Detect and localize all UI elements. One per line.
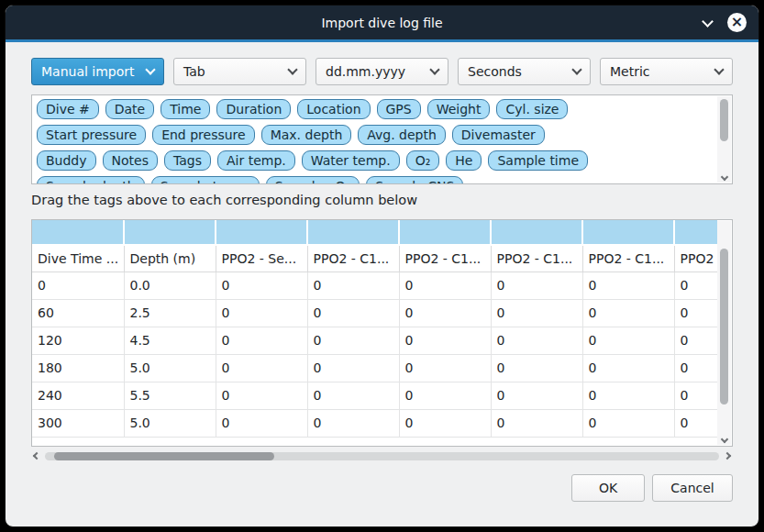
tag-sample-depth[interactable]: Sample depth bbox=[37, 176, 145, 184]
chevron-down-icon bbox=[431, 66, 438, 73]
table-hscrollbar[interactable] bbox=[31, 449, 733, 463]
dropdown-value: Metric bbox=[610, 64, 650, 79]
table-cell: 240 bbox=[32, 382, 124, 409]
tag-divemaster[interactable]: Divemaster bbox=[452, 125, 545, 145]
tag-gps[interactable]: GPS bbox=[377, 99, 421, 119]
tag-area-scrollbar[interactable] bbox=[717, 96, 731, 183]
table-row: 00.0000000 bbox=[32, 272, 717, 299]
chevron-down-icon bbox=[702, 16, 714, 28]
table-cell: 0 bbox=[399, 409, 491, 437]
table-cell: 5.0 bbox=[124, 354, 216, 382]
drop-cell[interactable] bbox=[216, 220, 307, 245]
table-cell: 0 bbox=[399, 354, 491, 382]
column-header: PPO2 bbox=[674, 245, 717, 272]
tag-tags[interactable]: Tags bbox=[164, 150, 211, 171]
table-cell: 0 bbox=[582, 327, 674, 354]
table-cell: 0 bbox=[307, 382, 399, 409]
preview-table-clip: Dive Time ...Depth (m)PPO2 - Se...PPO2 -… bbox=[32, 220, 717, 446]
table-cell: 0 bbox=[491, 272, 582, 299]
tag-o[interactable]: O₂ bbox=[406, 150, 440, 171]
table-row: 2405.5000000 bbox=[32, 382, 717, 409]
table-vscrollbar-thumb[interactable] bbox=[720, 249, 728, 405]
drop-cell[interactable] bbox=[307, 220, 399, 245]
dropdown-date-format[interactable]: dd.mm.yyyy bbox=[316, 58, 448, 85]
drop-cell[interactable] bbox=[582, 220, 674, 245]
tag-weight[interactable]: Weight bbox=[427, 99, 491, 119]
hscrollbar-track[interactable] bbox=[45, 452, 719, 460]
dropdown-field-separator[interactable]: Tab bbox=[173, 58, 306, 85]
tag-water-temp[interactable]: Water temp. bbox=[302, 150, 400, 171]
table-row: 602.5000000 bbox=[32, 299, 717, 327]
drop-cell[interactable] bbox=[491, 220, 582, 245]
dropdown-import-mode[interactable]: Manual import bbox=[31, 58, 164, 85]
drop-cell[interactable] bbox=[32, 220, 124, 245]
preview-table: Dive Time ...Depth (m)PPO2 - Se...PPO2 -… bbox=[31, 219, 733, 447]
dropdown-value: Manual import bbox=[41, 64, 135, 79]
dropdown-duration-format[interactable]: Seconds bbox=[458, 58, 591, 85]
tag-notes[interactable]: Notes bbox=[103, 150, 158, 171]
table-cell: 0 bbox=[674, 409, 717, 437]
table-row: 1805.0000000 bbox=[32, 354, 717, 382]
table-cell: 0 bbox=[399, 299, 491, 327]
close-icon: × bbox=[731, 15, 743, 29]
table-cell: 0 bbox=[399, 382, 491, 409]
drop-cell[interactable] bbox=[674, 220, 717, 245]
table-cell: 0 bbox=[674, 299, 717, 327]
drop-cell[interactable] bbox=[124, 220, 216, 245]
dropdown-value: Seconds bbox=[468, 64, 522, 79]
instruction-text: Drag the tags above to each correspondin… bbox=[31, 193, 733, 211]
import-dialog: Import dive log file × Manual importTabd… bbox=[5, 5, 759, 527]
dropdown-value: dd.mm.yyyy bbox=[326, 64, 405, 79]
tag-max-depth[interactable]: Max. depth bbox=[261, 125, 352, 145]
tag-dive[interactable]: Dive # bbox=[37, 99, 99, 119]
drop-cell[interactable] bbox=[399, 220, 491, 245]
tag-sample-time[interactable]: Sample time bbox=[488, 150, 588, 171]
tag-sample-po[interactable]: Sample pO₂ bbox=[266, 176, 360, 184]
column-header-row: Dive Time ...Depth (m)PPO2 - Se...PPO2 -… bbox=[32, 245, 717, 272]
table-cell: 0 bbox=[674, 272, 717, 299]
tag-location[interactable]: Location bbox=[297, 99, 370, 119]
scroll-right-arrow-icon[interactable] bbox=[725, 453, 733, 459]
tag-sample-temp[interactable]: Sample temp. bbox=[151, 176, 260, 184]
table-cell: 0 bbox=[216, 272, 307, 299]
tag-date[interactable]: Date bbox=[105, 99, 154, 119]
window-menu-button[interactable] bbox=[703, 17, 712, 26]
tag-time[interactable]: Time bbox=[161, 99, 210, 119]
scroll-down-arrow-icon[interactable] bbox=[717, 176, 731, 180]
table-vscrollbar[interactable] bbox=[717, 221, 731, 445]
close-button[interactable]: × bbox=[727, 13, 747, 32]
scroll-down-arrow-icon[interactable] bbox=[717, 438, 731, 442]
column-header: PPO2 - C1... bbox=[491, 245, 582, 272]
hscrollbar-thumb[interactable] bbox=[54, 452, 274, 460]
tag-he[interactable]: He bbox=[446, 150, 482, 171]
scroll-left-arrow-icon[interactable] bbox=[31, 453, 39, 459]
ok-button[interactable]: OK bbox=[571, 474, 645, 502]
table-cell: 0 bbox=[582, 354, 674, 382]
dropdown-units[interactable]: Metric bbox=[600, 58, 733, 85]
tag-start-pressure[interactable]: Start pressure bbox=[37, 125, 146, 145]
column-header: PPO2 - C1... bbox=[307, 245, 399, 272]
table-cell: 0 bbox=[399, 327, 491, 354]
table-cell: 0 bbox=[582, 272, 674, 299]
table-cell: 0 bbox=[307, 327, 399, 354]
column-header: Dive Time ... bbox=[32, 245, 124, 272]
tag-air-temp[interactable]: Air temp. bbox=[217, 150, 295, 171]
table-cell: 0 bbox=[216, 354, 307, 382]
titlebar[interactable]: Import dive log file × bbox=[6, 6, 758, 39]
tag-avg-depth[interactable]: Avg. depth bbox=[358, 125, 446, 145]
dialog-footer: OK Cancel bbox=[31, 474, 733, 502]
tag-duration[interactable]: Duration bbox=[216, 99, 291, 119]
column-header: PPO2 - C1... bbox=[399, 245, 491, 272]
tag-area-scrollbar-thumb[interactable] bbox=[720, 99, 728, 141]
table-cell: 0 bbox=[491, 327, 582, 354]
dialog-content: Manual importTabdd.mm.yyyySecondsMetric … bbox=[6, 42, 758, 526]
tag-cyl-size[interactable]: Cyl. size bbox=[496, 99, 568, 119]
tag-sample-cns[interactable]: Sample CNS bbox=[366, 176, 463, 184]
tag-buddy[interactable]: Buddy bbox=[37, 150, 96, 171]
import-options-row: Manual importTabdd.mm.yyyySecondsMetric bbox=[31, 58, 733, 85]
chevron-down-icon bbox=[715, 66, 723, 73]
cancel-button[interactable]: Cancel bbox=[652, 474, 733, 502]
tag-end-pressure[interactable]: End pressure bbox=[152, 125, 255, 145]
table-cell: 0 bbox=[216, 327, 307, 354]
table-cell: 0 bbox=[307, 354, 399, 382]
